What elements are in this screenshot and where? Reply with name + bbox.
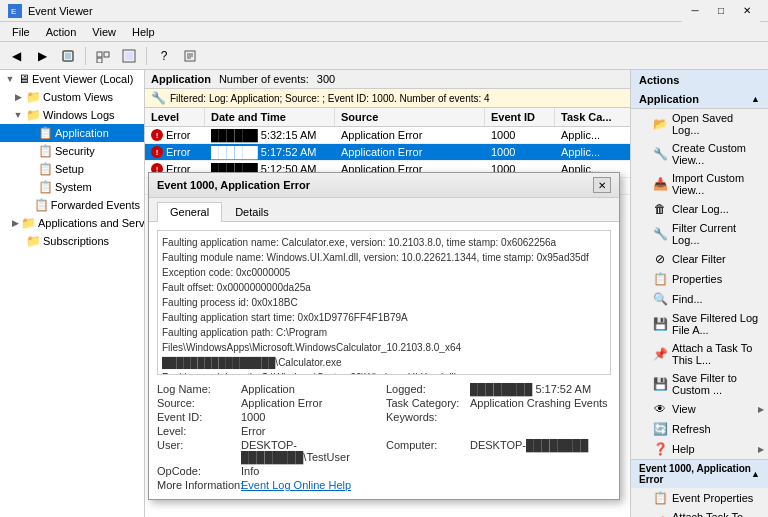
action-import-custom-view[interactable]: 📥 Import Custom View...	[631, 169, 768, 199]
folder-icon: 📁	[26, 90, 41, 104]
action-find[interactable]: 🔍 Find...	[631, 289, 768, 309]
menu-view[interactable]: View	[84, 24, 124, 40]
tab-general[interactable]: General	[157, 202, 222, 222]
tree-item-subscriptions[interactable]: 📁 Subscriptions	[0, 232, 144, 250]
tree-label: Application	[55, 127, 109, 139]
properties-button[interactable]	[178, 45, 202, 67]
modal-body: Faulting application name: Calculator.ex…	[149, 222, 619, 499]
properties-icon: 📋	[653, 491, 667, 505]
refresh-icon: 🔄	[653, 422, 667, 436]
tree-label: Forwarded Events	[51, 199, 140, 211]
action-attach-task[interactable]: 📌 Attach a Task To This L...	[631, 339, 768, 369]
event-detail-modal: Event 1000, Application Error ✕ General …	[148, 172, 620, 500]
action-label: Filter Current Log...	[672, 222, 760, 246]
event-fields: Log Name: Application Logged: ████████ 5…	[157, 383, 611, 491]
action-label: Create Custom View...	[672, 142, 760, 166]
action-properties[interactable]: 📋 Properties	[631, 269, 768, 289]
action-open-saved-log[interactable]: 📂 Open Saved Log...	[631, 109, 768, 139]
action-view[interactable]: 👁 View ▶	[631, 399, 768, 419]
cell-eventid: 1000	[485, 127, 555, 143]
menu-action[interactable]: Action	[38, 24, 85, 40]
action-event-properties[interactable]: 📋 Event Properties	[631, 488, 768, 508]
save-icon: 💾	[653, 377, 667, 391]
window-controls[interactable]: ─ □ ✕	[682, 0, 760, 22]
expand-icon: ▶	[12, 218, 19, 228]
action-save-filter[interactable]: 💾 Save Filter to Custom ...	[631, 369, 768, 399]
filter-icon: 🔧	[653, 147, 667, 161]
action-clear-filter[interactable]: ⊘ Clear Filter	[631, 249, 768, 269]
save-icon: 💾	[653, 317, 667, 331]
expand-icon: ▼	[4, 74, 16, 84]
expand-button[interactable]	[117, 45, 141, 67]
action-attach-task-event[interactable]: 📌 Attach Task To This Eve...	[631, 508, 768, 517]
collapse-button[interactable]	[91, 45, 115, 67]
tree-item-custom-views[interactable]: ▶ 📁 Custom Views	[0, 88, 144, 106]
clear-icon: 🗑	[653, 202, 667, 216]
action-create-custom-view[interactable]: 🔧 Create Custom View...	[631, 139, 768, 169]
tree-item-windows-logs[interactable]: ▼ 📁 Windows Logs	[0, 106, 144, 124]
action-save-filtered[interactable]: 💾 Save Filtered Log File A...	[631, 309, 768, 339]
col-datetime[interactable]: Date and Time	[205, 108, 335, 126]
opcode-label: OpCode:	[157, 465, 237, 477]
event-log-online-help-link[interactable]: Event Log Online Help	[241, 479, 382, 491]
close-button[interactable]: ✕	[734, 0, 760, 22]
action-label: Help	[672, 443, 695, 455]
error-icon: !	[151, 146, 163, 158]
tree-item-security[interactable]: 📋 Security	[0, 142, 144, 160]
tree-item-forwarded-events[interactable]: 📋 Forwarded Events	[0, 196, 144, 214]
logged-label: Logged:	[386, 383, 466, 395]
tree-item-system[interactable]: 📋 System	[0, 178, 144, 196]
maximize-button[interactable]: □	[708, 0, 734, 22]
actions-app-label: Application	[639, 93, 699, 105]
toolbar: ◀ ▶ ?	[0, 42, 768, 70]
folder-icon: 📁	[26, 234, 41, 248]
help-button[interactable]: ?	[152, 45, 176, 67]
actions-subtitle-application[interactable]: Application ▲	[631, 90, 768, 109]
level-label: Level:	[157, 425, 237, 437]
modal-title: Event 1000, Application Error	[157, 179, 310, 191]
opcode-value: Info	[241, 465, 382, 477]
log-icon: 📋	[34, 198, 49, 212]
col-eventid[interactable]: Event ID	[485, 108, 555, 126]
chevron-up-icon: ▲	[751, 94, 760, 104]
tree-item-apps-services[interactable]: ▶ 📁 Applications and Services Lo...	[0, 214, 144, 232]
col-source[interactable]: Source	[335, 108, 485, 126]
folder-icon: 📁	[26, 108, 41, 122]
action-refresh-application[interactable]: 🔄 Refresh	[631, 419, 768, 439]
cell-level: !Error	[145, 144, 205, 160]
attach-icon: 📌	[653, 347, 667, 361]
table-row[interactable]: !Error ██████ 5:32:15 AM Application Err…	[145, 127, 630, 144]
col-level[interactable]: Level	[145, 108, 205, 126]
menu-help[interactable]: Help	[124, 24, 163, 40]
task-category-value: Application Crashing Events	[470, 397, 611, 409]
app-icon: E	[8, 4, 22, 18]
modal-close-button[interactable]: ✕	[593, 177, 611, 193]
actions-title-application[interactable]: Actions	[631, 70, 768, 90]
menu-file[interactable]: File	[4, 24, 38, 40]
table-row[interactable]: !Error ██████ 5:17:52 AM Application Err…	[145, 144, 630, 161]
action-filter-log[interactable]: 🔧 Filter Current Log...	[631, 219, 768, 249]
up-button[interactable]	[56, 45, 80, 67]
tree-item-application[interactable]: 📋 Application	[0, 124, 144, 142]
action-help-application[interactable]: ❓ Help ▶	[631, 439, 768, 459]
log-icon: 📋	[38, 144, 53, 158]
clear-filter-icon: ⊘	[653, 252, 667, 266]
more-info-label: More Information:	[157, 479, 237, 491]
col-task[interactable]: Task Ca...	[555, 108, 630, 126]
source-label: Source:	[157, 397, 237, 409]
back-button[interactable]: ◀	[4, 45, 28, 67]
right-actions-panel: Actions Application ▲ 📂 Open Saved Log..…	[630, 70, 768, 517]
minimize-button[interactable]: ─	[682, 0, 708, 22]
tree-item-setup[interactable]: 📋 Setup	[0, 160, 144, 178]
source-value: Application Error	[241, 397, 382, 409]
tree-item-event-viewer[interactable]: ▼ 🖥 Event Viewer (Local)	[0, 70, 144, 88]
forward-button[interactable]: ▶	[30, 45, 54, 67]
action-clear-log[interactable]: 🗑 Clear Log...	[631, 199, 768, 219]
tab-details[interactable]: Details	[222, 202, 282, 221]
action-label: Save Filter to Custom ...	[672, 372, 760, 396]
actions-subtitle-event[interactable]: Event 1000, Application Error ▲	[631, 460, 768, 488]
actions-section-event: Event 1000, Application Error ▲ 📋 Event …	[631, 460, 768, 517]
help-icon: ❓	[653, 442, 667, 456]
action-label: Open Saved Log...	[672, 112, 760, 136]
log-count-label: Number of events:	[219, 73, 309, 85]
